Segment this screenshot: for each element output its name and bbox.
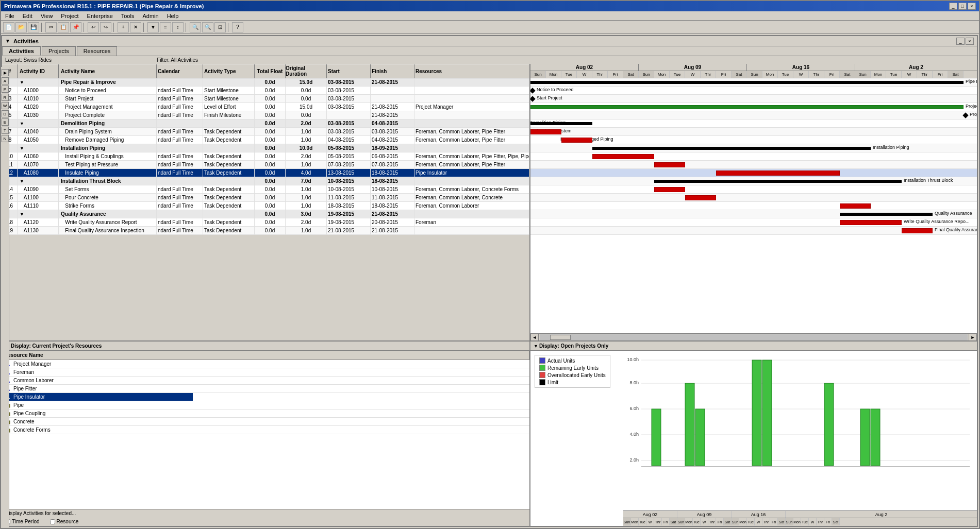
menu-view[interactable]: View [39, 12, 55, 20]
col-calendar[interactable]: Calendar [157, 64, 203, 78]
nav-btn-5[interactable]: W [2, 102, 9, 109]
col-duration[interactable]: Original Duration [286, 64, 327, 78]
expand-icon[interactable]: ▼ [20, 146, 24, 151]
minimize-button[interactable]: _ [949, 3, 957, 10]
table-row[interactable]: 18 A1120 Write Quality Assurance Report … [2, 218, 529, 227]
tb-undo[interactable]: ↩ [88, 22, 99, 32]
gantt-row[interactable] [530, 161, 977, 169]
nav-btn-3[interactable]: P [2, 86, 9, 93]
table-row[interactable]: 2 A1000 Notice to Proceed ndard Full Tim… [2, 87, 529, 95]
table-row[interactable]: 14 A1090 Set Forms ndard Full Time Task … [2, 185, 529, 194]
table-row[interactable]: ▼ Demolition Piping 0.0d 2.0d 03-08-2015… [2, 120, 529, 128]
gantt-hscroll[interactable]: ◄ ► [530, 333, 977, 340]
gantt-row[interactable]: Final Quality Assurance I... [530, 227, 977, 235]
gantt-row[interactable]: Notice to Proceed [530, 87, 977, 95]
tb-zoom-out[interactable]: 🔍 [202, 22, 213, 32]
gantt-row[interactable]: Project Complete [530, 111, 977, 120]
maximize-button[interactable]: □ [958, 3, 967, 10]
list-item[interactable]: Foreman [2, 368, 529, 377]
expand-icon[interactable]: ▼ [20, 80, 24, 85]
col-float[interactable]: Total Float [255, 64, 286, 78]
list-item[interactable]: Pipe [2, 401, 529, 409]
nav-btn-6[interactable]: D [2, 110, 9, 117]
menu-edit[interactable]: Edit [21, 12, 35, 20]
hscroll-left[interactable]: ◄ [530, 333, 539, 341]
table-row[interactable]: 12 A1080 Insulate Piping ndard Full Time… [2, 169, 529, 177]
table-row[interactable]: 4 A1020 Project Management ndard Full Ti… [2, 103, 529, 111]
list-item[interactable]: Concrete Forms [2, 426, 529, 434]
tb-sort[interactable]: ↕ [172, 22, 184, 32]
gantt-row[interactable] [530, 194, 977, 202]
menu-project[interactable]: Project [59, 12, 80, 20]
tab-activities[interactable]: Activities [2, 46, 41, 56]
table-row[interactable]: 3 A1010 Start Project ndard Full Time St… [2, 95, 529, 103]
table-row[interactable]: 11 A1070 Test Piping at Pressure ndard F… [2, 161, 529, 169]
tb-fit[interactable]: ⊡ [214, 22, 226, 32]
col-finish[interactable]: Finish [371, 64, 414, 78]
tb-redo[interactable]: ↪ [100, 22, 111, 32]
col-actid[interactable]: Activity ID [18, 64, 59, 78]
nav-btn-7[interactable]: E [2, 118, 9, 126]
gantt-row[interactable]: Write Quality Assurance Repo... [530, 218, 977, 227]
nav-btn-8[interactable]: T [2, 127, 9, 134]
table-row[interactable]: 19 A1130 Final Quality Assurance Inspect… [2, 227, 529, 235]
table-row[interactable]: ▼ Installation Piping 0.0d 10.0d 05-08-2… [2, 144, 529, 152]
gantt-row[interactable]: Demolition Piping [530, 120, 977, 128]
tb-delete[interactable]: ✕ [130, 22, 141, 32]
resource-checkbox[interactable] [50, 519, 55, 524]
tb-save[interactable]: 💾 [28, 22, 39, 32]
gantt-row[interactable]: Installation Thrust Block [530, 177, 977, 185]
tab-projects[interactable]: Projects [42, 46, 76, 56]
tb-filter[interactable]: ▼ [147, 22, 159, 32]
nav-btn-2[interactable]: A [2, 77, 9, 84]
menu-enterprise[interactable]: Enterprise [85, 12, 115, 20]
hscroll-thumb[interactable] [550, 335, 571, 340]
table-row[interactable]: 7 A1040 Drain Piping System ndard Full T… [2, 128, 529, 136]
table-row[interactable]: ▼ Quality Assurance 0.0d 3.0d 19-08-2015… [2, 210, 529, 218]
tb-help[interactable]: ? [232, 22, 243, 32]
tab-resources[interactable]: Resources [77, 46, 118, 56]
col-start[interactable]: Start [327, 64, 371, 78]
tb-paste[interactable]: 📌 [70, 22, 81, 32]
table-row[interactable]: ▼ Installation Thrust Block 0.0d 7.0d 10… [2, 177, 529, 185]
menu-tools[interactable]: Tools [119, 12, 137, 20]
menu-admin[interactable]: Admin [140, 12, 160, 20]
col-actname[interactable]: Activity Name [59, 64, 157, 78]
gantt-row[interactable]: Pipe Repair & Improve [530, 78, 977, 87]
gantt-row[interactable] [530, 202, 977, 210]
list-item[interactable]: Project Manager [2, 360, 529, 368]
tb-zoom-in[interactable]: 🔍 [190, 22, 201, 32]
tb-add[interactable]: + [118, 22, 129, 32]
table-row[interactable]: ▼ Pipe Repair & Improve 0.0d 15.0d 03-08… [2, 78, 529, 87]
panel-minimize[interactable]: _ [956, 38, 965, 45]
list-item[interactable]: Common Laborer [2, 377, 529, 385]
nav-btn-1[interactable]: ▶ [2, 69, 9, 76]
table-row[interactable]: 16 A1110 Strike Forms ndard Full Time Ta… [2, 202, 529, 210]
tb-cut[interactable]: ✂ [45, 22, 57, 32]
menu-file[interactable]: File [3, 12, 16, 20]
hscroll-right[interactable]: ► [969, 333, 977, 341]
hscroll-track[interactable] [540, 334, 968, 340]
nav-btn-4[interactable]: R [2, 94, 9, 101]
gantt-row[interactable]: Installation Piping [530, 144, 977, 152]
col-type[interactable]: Activity Type [203, 64, 255, 78]
expand-icon[interactable]: ▼ [20, 179, 24, 184]
nav-btn-9[interactable]: N [2, 135, 9, 142]
close-button[interactable]: × [968, 3, 976, 10]
gantt-row[interactable]: Project Management [530, 103, 977, 111]
gantt-row[interactable] [530, 169, 977, 177]
table-row[interactable]: 15 A1100 Pour Concrete ndard Full Time T… [2, 194, 529, 202]
gantt-row[interactable]: Drain Piping System [530, 128, 977, 136]
list-item[interactable]: Pipe Coupling [2, 409, 529, 418]
tb-group[interactable]: ≡ [160, 22, 171, 32]
tb-open[interactable]: 📂 [15, 22, 27, 32]
table-row[interactable]: 8 A1050 Remove Damaged Piping ndard Full… [2, 136, 529, 144]
menu-help[interactable]: Help [165, 12, 181, 20]
expand-icon[interactable]: ▼ [20, 212, 24, 217]
panel-close-btn[interactable]: × [966, 38, 974, 45]
gantt-row[interactable] [530, 152, 977, 161]
gantt-row[interactable] [530, 185, 977, 194]
table-row[interactable]: 10 A1060 Install Piping & Couplings ndar… [2, 152, 529, 161]
table-row[interactable]: 5 A1030 Project Complete ndard Full Time… [2, 111, 529, 120]
col-resources[interactable]: Resources [414, 64, 529, 78]
